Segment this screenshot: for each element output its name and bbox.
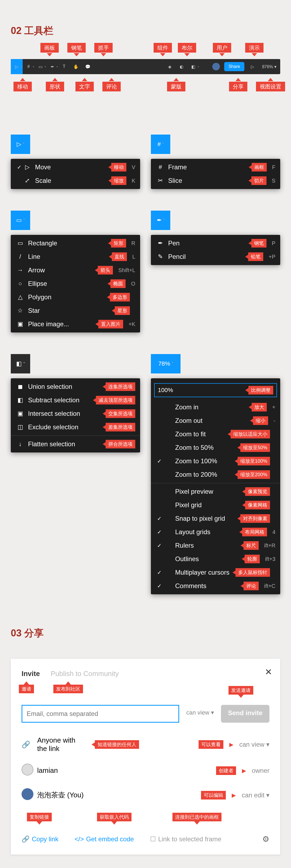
zoom-display[interactable]: 876% ▾	[258, 64, 280, 69]
menu-item[interactable]: ○Ellipse椭圆O	[11, 277, 140, 290]
annotation: 椭圆	[110, 279, 126, 288]
menu-item[interactable]: ↓Flatten selection拼合所选项	[11, 437, 140, 451]
label-hand: 抓手	[94, 43, 112, 53]
label-share: 分享	[229, 82, 247, 91]
annotation: 缩放	[111, 176, 126, 185]
share-button[interactable]: Share	[224, 62, 245, 71]
menu-item[interactable]: →Arrow箭头Shift+L	[11, 264, 140, 277]
annotation: 多边形	[110, 293, 130, 302]
tool-icon: ◫	[15, 424, 25, 431]
annotation: 差集所选项	[106, 423, 135, 431]
menu-item[interactable]: ✓Snap to pixel grid对齐到像素	[151, 512, 280, 525]
settings-icon[interactable]: ⚙	[262, 834, 269, 844]
menu-item[interactable]: Zoom to 200%缩放至200%	[151, 468, 280, 481]
menu-item[interactable]: /Line直线L	[11, 250, 140, 264]
menu-item[interactable]: Pixel preview像素预览	[151, 485, 280, 498]
tab-publish[interactable]: Publish to Community	[51, 670, 119, 678]
role-select[interactable]: can edit ▾	[242, 792, 269, 799]
check-icon: ✓	[156, 529, 163, 535]
pen-menu: ✒Pen钢笔P✎Pencil铅笔+P	[151, 235, 280, 265]
menu-item[interactable]: ◼Union selection连集所选项	[11, 380, 140, 394]
email-input[interactable]	[22, 705, 179, 723]
menu-label: Arrow	[28, 267, 92, 274]
embed-button[interactable]: </> Get embed code	[75, 835, 134, 843]
menu-item[interactable]: Pixel grid像素网格	[151, 498, 280, 512]
mask-tool[interactable]: ◐	[176, 59, 188, 74]
menu-item[interactable]: ✒Pen钢笔P	[151, 237, 280, 250]
avatar-icon[interactable]	[210, 59, 222, 74]
shortcut: K	[132, 178, 135, 184]
shortcut: V	[132, 164, 135, 170]
menu-label: Move	[35, 163, 106, 171]
menu-item[interactable]: ⤢Scale缩放K	[11, 174, 140, 187]
menu-item[interactable]: Zoom out缩小-	[151, 414, 280, 427]
menu-item[interactable]: ✓Rulers标尺ift+R	[151, 539, 280, 552]
shortcut: F	[272, 164, 276, 170]
menu-item[interactable]: Zoom to fit缩放以适应大小	[151, 427, 280, 441]
permission-row: 泡泡茶壶 (You)可以编辑▶can edit ▾	[22, 783, 269, 807]
menu-item[interactable]: ✓Comments评论ift+C	[151, 579, 280, 593]
label-frame: 画板	[40, 43, 59, 53]
row-icon	[22, 788, 32, 802]
shape-dropdown-button[interactable]: ▭▾	[11, 211, 30, 230]
annotation: 画框	[252, 163, 267, 172]
frame-dropdown-button[interactable]: #▾	[151, 134, 170, 154]
present-button[interactable]: ▷	[247, 59, 258, 74]
annotation: 像素预览	[245, 487, 270, 496]
menu-item[interactable]: △Polygon多边形	[11, 290, 140, 304]
role-select[interactable]: can view ▾	[239, 741, 269, 748]
label-mask: 蒙版	[167, 82, 185, 91]
menu-item[interactable]: ▭Rectangle矩形R	[11, 237, 140, 250]
text-tool[interactable]: T	[58, 59, 70, 74]
menu-item[interactable]: ✂Slice切片S	[151, 174, 280, 187]
hand-tool[interactable]: ✋	[70, 59, 82, 74]
menu-item[interactable]: ☆Star星形	[11, 304, 140, 317]
frame-tool[interactable]: #▾	[23, 59, 34, 74]
shortcut: R	[131, 240, 135, 246]
menu-item[interactable]: ✓▷Move移动V	[11, 160, 140, 174]
menu-item[interactable]: ✓Layout grids布局网格4	[151, 525, 280, 539]
zoom-input[interactable]: 100% 比例调整	[154, 383, 277, 397]
menu-label: Outlines	[175, 555, 239, 563]
component-tool[interactable]: ◈	[164, 59, 176, 74]
menu-item[interactable]: ◧Subtract selection减去顶层所选项	[11, 394, 140, 407]
tab-invite[interactable]: Invite	[22, 670, 40, 678]
check-icon: ✓	[156, 569, 163, 576]
move-tool[interactable]: ▷▾	[11, 59, 23, 74]
comment-tool[interactable]: 💬	[82, 59, 94, 74]
tool-icon: →	[15, 267, 25, 274]
link-frame-checkbox[interactable]: ☐ Link to selected frame	[150, 835, 222, 843]
menu-item[interactable]: Outlines轮廓ift+3	[151, 552, 280, 566]
menu-label: Union selection	[28, 383, 100, 391]
shortcut: ift+R	[264, 542, 276, 549]
menu-item[interactable]: ✓Zoom to 100%缩放至100%	[151, 454, 280, 468]
menu-label: Comments	[175, 582, 238, 590]
zoom-dropdown-button[interactable]: 78%▾	[151, 354, 181, 373]
menu-item[interactable]: Zoom in放大+	[151, 400, 280, 414]
menu-item[interactable]: ◫Exclude selection差集所选项	[11, 421, 140, 434]
bool-tool[interactable]: ◧▾	[188, 59, 199, 74]
bool-dropdown-button[interactable]: ◧▾	[11, 354, 30, 373]
menu-item[interactable]: ▣Intersect selection交集所选项	[11, 407, 140, 421]
pen-tool[interactable]: ✒▾	[46, 59, 58, 74]
shape-tool[interactable]: ▭▾	[34, 59, 46, 74]
tool-icon: ↓	[15, 441, 25, 447]
menu-label: Slice	[168, 177, 246, 184]
annotation: 减去顶层所选项	[96, 396, 135, 404]
close-icon[interactable]: ✕	[265, 667, 272, 677]
annotation: 缩放至200%	[238, 470, 270, 479]
move-dropdown-button[interactable]: ▷▾	[11, 134, 30, 154]
annotation: 箭头	[98, 266, 113, 275]
menu-item[interactable]: Zoom to 50%缩放至50%	[151, 441, 280, 454]
perm-select[interactable]: can view ▾	[184, 705, 216, 723]
menu-item[interactable]: ▣Place image...置入图片+K	[11, 317, 140, 331]
annotation: 连集所选项	[106, 382, 135, 391]
pen-dropdown-button[interactable]: ✒▾	[151, 211, 170, 230]
copy-link-button[interactable]: 🔗 Copy link	[22, 835, 59, 843]
menu-item[interactable]: #Frame画框F	[151, 160, 280, 174]
tool-icon: ⤢	[23, 177, 32, 184]
menu-item[interactable]: ✎Pencil铅笔+P	[151, 250, 280, 264]
annotation: 缩放至50%	[240, 443, 270, 452]
menu-item[interactable]: ✓Multiplayer cursors多人鼠标指针	[151, 566, 280, 579]
send-invite-button[interactable]: Send invite	[221, 705, 269, 723]
